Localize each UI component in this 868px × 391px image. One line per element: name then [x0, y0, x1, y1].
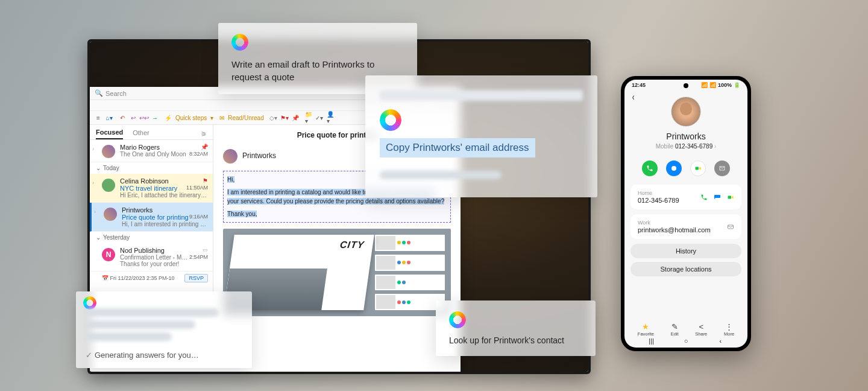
call-icon[interactable]	[700, 194, 708, 201]
expand-icon: ›	[94, 209, 96, 215]
phone-screen: 12:45 📶 📶 100% 🔋 ‹ Printworks Mobile 012…	[624, 80, 747, 348]
undo-icon[interactable]: ↶	[119, 114, 126, 121]
copilot-action-highlight: Copy Printworks' email address	[380, 138, 535, 157]
message-preview: Thanks for your order!	[120, 261, 208, 267]
camera-punchhole	[684, 83, 688, 88]
avatar	[104, 208, 117, 221]
edit-button[interactable]: ✎Edit	[671, 322, 679, 337]
home-icon[interactable]: ⌂▾	[105, 114, 113, 121]
blurred-content	[86, 332, 172, 341]
tag-icon[interactable]: ◇▾	[270, 114, 277, 121]
tab-other[interactable]: Other	[133, 129, 149, 139]
avatar	[102, 179, 115, 192]
folder-icon[interactable]: 📁▾	[305, 114, 312, 121]
favorite-button[interactable]: ★Favorite	[638, 322, 654, 337]
people-icon[interactable]: 👤▾	[327, 114, 334, 121]
attachment-preview[interactable]: CITY	[223, 229, 451, 316]
copilot-card-generating: ✓Generating answers for you…	[76, 291, 252, 368]
blurred-content	[86, 308, 219, 317]
contact-name: Printworks	[633, 132, 739, 141]
blurred-content	[380, 171, 502, 179]
phone-number: 012-345-6789	[675, 143, 712, 150]
check-icon[interactable]: ✓▾	[316, 114, 323, 121]
message-subject: Confirmation Letter - MPOWMQ	[120, 254, 189, 261]
reply-icon[interactable]: ↩	[130, 114, 137, 121]
message-item[interactable]: › Celina Robinson⚑ NYC travel itinerary1…	[90, 174, 213, 203]
back-button[interactable]: ‹	[632, 92, 635, 103]
share-button[interactable]: <Share	[695, 322, 707, 337]
copilot-icon	[380, 109, 401, 131]
flag-icon[interactable]: ⚑▾	[281, 114, 288, 121]
email-button[interactable]	[714, 161, 730, 176]
message-item[interactable]: › Mario Rogers📌 The One and Only Moon8:3…	[90, 140, 213, 162]
inbox-tabs: Focused Other ⚞	[90, 125, 213, 140]
sender-name: Printworks	[122, 206, 153, 214]
history-group: ↶ ↩ ↩↩ →	[119, 114, 159, 121]
signal-icon: 📶	[701, 82, 708, 88]
generating-status: Generating answers for you…	[95, 351, 199, 360]
home-button[interactable]: ○	[682, 337, 690, 345]
back-button[interactable]: ‹	[717, 337, 724, 345]
readunread-button[interactable]: ✉ Read/Unread	[219, 115, 263, 121]
replyall-icon[interactable]: ↩↩	[140, 114, 148, 121]
body-greeting: Hi,	[227, 176, 234, 183]
phone-type-label: Mobile	[656, 143, 673, 150]
more-icon: ⋮	[724, 322, 734, 331]
copilot-icon	[231, 34, 248, 51]
date-separator-yesterday[interactable]: ⌄Yesterday	[90, 232, 213, 243]
message-button[interactable]	[666, 161, 682, 176]
copilot-icon	[83, 296, 96, 310]
hamburger-icon[interactable]: ≡	[95, 114, 102, 121]
home-phone-card[interactable]: Home 012-345-6789	[631, 185, 741, 209]
quicksteps-button[interactable]: ⚡ Quick steps ▾	[165, 115, 213, 121]
star-icon: ★	[638, 322, 654, 331]
video-call-button[interactable]	[690, 161, 706, 176]
video-icon[interactable]	[727, 194, 734, 201]
sender-avatar	[223, 149, 237, 164]
pin-icon[interactable]: 📌	[292, 114, 299, 121]
message-subject: Price quote for printing	[122, 214, 189, 221]
work-email-card[interactable]: Work printworks@hotmail.com	[631, 214, 741, 239]
quick-actions	[624, 156, 747, 185]
message-time: 2:54PM	[189, 254, 208, 261]
history-chip[interactable]: History	[631, 244, 741, 258]
sender-name: Printworks	[242, 151, 276, 160]
svg-point-0	[671, 166, 676, 171]
more-button[interactable]: ⋮More	[724, 322, 734, 337]
message-item-selected[interactable]: › Printworks Price quote for printing9:1…	[90, 203, 213, 232]
rsvp-row: 📅 Fri 11/22/2023 2:35 PM-10 RSVP	[90, 272, 213, 285]
calendar-icon: ▭	[203, 247, 208, 253]
share-icon: <	[695, 322, 707, 331]
sender-name: Mario Rogers	[120, 144, 160, 151]
svg-rect-1	[696, 167, 699, 170]
copilot-card-copy-email[interactable]: Copy Printworks' email address	[365, 75, 597, 197]
brochure-thumb	[375, 235, 445, 251]
message-time: 11:50AM	[186, 185, 208, 192]
tab-focused[interactable]: Focused	[96, 129, 123, 139]
rsvp-button[interactable]: RSVP	[184, 274, 208, 282]
message-item[interactable]: N Nod Publishing▭ Confirmation Letter - …	[90, 243, 213, 272]
misc-group: 📁▾ ✓▾ 👤▾	[305, 114, 334, 121]
home-action-icons	[700, 194, 734, 201]
call-button[interactable]	[642, 161, 658, 176]
copilot-icon	[449, 311, 466, 328]
forward-icon[interactable]: →	[151, 114, 159, 121]
contact-phone-row[interactable]: Mobile 012-345-6789 ›	[633, 143, 739, 150]
blurred-content	[380, 90, 583, 101]
brochure-thumbnails	[375, 235, 445, 310]
message-icon[interactable]	[714, 194, 721, 201]
recents-button[interactable]: |||	[648, 337, 655, 345]
battery-percent: 100%	[718, 82, 732, 88]
home-label: Home	[638, 190, 679, 196]
android-nav-bar: ||| ○ ‹	[624, 335, 747, 346]
filter-icon[interactable]: ⚞	[201, 130, 207, 138]
contact-avatar[interactable]	[671, 97, 701, 127]
date-separator-today[interactable]: ⌄Today	[90, 162, 213, 174]
email-icon[interactable]	[727, 223, 734, 230]
avatar: N	[102, 248, 115, 261]
tag-group: ◇▾ ⚑▾ 📌	[270, 114, 299, 121]
pin-icon: 📌	[201, 144, 208, 150]
storage-chip[interactable]: Storage locations	[631, 262, 741, 276]
copilot-prompt-text: Look up for Printwork's contact	[449, 335, 582, 345]
copilot-card-lookup-contact[interactable]: Look up for Printwork's contact	[436, 300, 596, 356]
